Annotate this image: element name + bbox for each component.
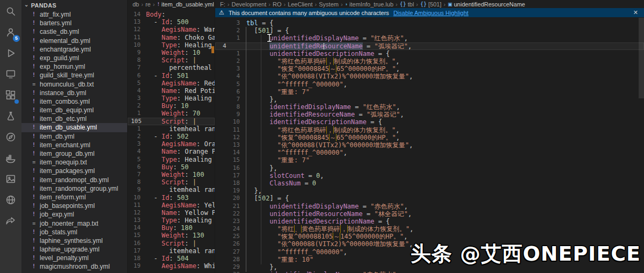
- file-item[interactable]: ≡homunculus_db.txt: [21, 80, 127, 89]
- code-text[interactable]: itemheal ran: [146, 186, 215, 193]
- disable-ambiguous-highlight-link[interactable]: Disable Ambiguous Highlight: [393, 10, 469, 16]
- code-text[interactable]: - Id: 501: [146, 72, 215, 80]
- code-text[interactable]: tbl = {: [246, 19, 644, 27]
- code-text[interactable]: AegisName: Red: [146, 80, 215, 87]
- file-item[interactable]: !enchantgrade.yml: [21, 45, 127, 54]
- code-text[interactable]: itemheal ran: [146, 125, 215, 133]
- code-text[interactable]: "重量: 7": [246, 156, 644, 164]
- file-item[interactable]: !castle_db.yml: [21, 27, 127, 36]
- code-text[interactable]: unidentifiedDisplayName = "赤色药水",: [246, 203, 644, 210]
- code-text[interactable]: "依^000088(VITx2)%^000000增加恢复量",: [246, 141, 644, 149]
- code-text[interactable]: Name: Orange P: [146, 148, 215, 155]
- file-item[interactable]: ≡item_noequip.txt: [21, 158, 127, 167]
- code-text[interactable]: Buy: 10: [146, 102, 215, 110]
- file-item[interactable]: !exp_homun.yml: [21, 62, 127, 71]
- file-item[interactable]: !item_randomopt_db.yml: [21, 176, 127, 184]
- activity-bar-item-docker[interactable]: [4, 152, 18, 166]
- code-text[interactable]: Script: |: [146, 240, 215, 247]
- code-text[interactable]: - Id: 504: [146, 255, 215, 262]
- file-item[interactable]: !item_randomopt_group.yml: [21, 184, 127, 193]
- breadcrumb-item[interactable]: System: [319, 1, 339, 8]
- file-item[interactable]: !item_db_equip.yml: [21, 106, 127, 114]
- breadcrumb-item[interactable]: RO: [273, 1, 282, 8]
- file-item[interactable]: !elemental_db.yml: [21, 37, 127, 45]
- code-text[interactable]: - Id: 503: [146, 194, 215, 202]
- code-text[interactable]: "将红色药草捣碎，制成的体力恢复剂。",: [246, 58, 644, 65]
- file-item[interactable]: !job_exp.yml: [21, 210, 127, 219]
- file-item[interactable]: !item_db_usable.yml: [21, 123, 127, 132]
- code-text[interactable]: Name: Red Poti: [146, 87, 215, 95]
- file-item[interactable]: !item_reform.yml: [21, 193, 127, 202]
- code-text[interactable]: [502] = {: [246, 195, 644, 202]
- file-item[interactable]: !item_group_db.yml: [21, 149, 127, 158]
- code-text[interactable]: identifiedResourceName = "弧埃器记",: [246, 111, 644, 118]
- file-item[interactable]: !item_enchant.yml: [21, 141, 127, 149]
- activity-bar-item-image-preview[interactable]: [4, 173, 18, 187]
- activity-bar-item-run-debug[interactable]: [4, 47, 18, 61]
- code-text[interactable]: unidentifiedResourceName = "林全器记",: [246, 210, 644, 218]
- code-text[interactable]: Name: Yellow P: [146, 209, 215, 217]
- code-text[interactable]: identifiedDescriptionName = {: [246, 118, 644, 126]
- banner-close-icon[interactable]: ✕: [631, 9, 640, 16]
- breadcrumb-item[interactable]: tbl: [408, 1, 414, 8]
- activity-bar-item-test-flask[interactable]: [4, 110, 18, 124]
- code-text[interactable]: "依^000088(VITx2)%^000000增加恢复量",: [246, 73, 644, 80]
- activity-bar-item-extensions[interactable]: [4, 89, 18, 103]
- code-text[interactable]: - Id: 500: [146, 18, 215, 26]
- code-text[interactable]: "重量: 7": [246, 88, 644, 96]
- code-text[interactable]: "^ffffff_^000000",: [246, 81, 644, 88]
- code-text[interactable]: "将红、黄色药草捣碎，制成的体力恢复剂。",: [246, 225, 644, 233]
- code-text[interactable]: Type: Healing: [146, 95, 215, 102]
- breadcrumb-item[interactable]: LeeClient: [288, 1, 312, 8]
- file-item[interactable]: !item_combos.yml: [21, 97, 127, 106]
- file-item[interactable]: !instance_db.yml: [21, 89, 127, 97]
- code-text[interactable]: Script: |: [146, 118, 215, 125]
- vertical-scrollbar[interactable]: [639, 18, 644, 98]
- code-text[interactable]: },: [246, 187, 644, 195]
- code-text[interactable]: Script: |: [146, 56, 215, 64]
- code-text[interactable]: Weight: 10: [146, 49, 215, 56]
- code-text[interactable]: AegisName: Whi: [146, 262, 215, 270]
- breadcrumb-item[interactable]: Development: [231, 1, 266, 8]
- file-item[interactable]: !laphine_upgrade.yml: [21, 245, 127, 254]
- file-item[interactable]: ≡job_noenter_map.txt: [21, 219, 127, 228]
- activity-bar-item-share[interactable]: [4, 215, 18, 229]
- code-text[interactable]: Buy: 50: [146, 163, 215, 171]
- code-text[interactable]: - Id: 502: [146, 133, 215, 140]
- file-item[interactable]: !guild_skill_tree.yml: [21, 71, 127, 80]
- activity-bar-item-remote-explorer[interactable]: [4, 68, 18, 82]
- code-text[interactable]: Weight: 130: [146, 232, 215, 239]
- explorer-section-header[interactable]: ⌄ PANDAS: [21, 0, 127, 10]
- code-area-left[interactable]: 14Body:13 - Id: 50012 AegisName: War11 N…: [128, 11, 215, 273]
- code-text[interactable]: identifiedDisplayName = "赤色药水",: [246, 271, 644, 273]
- file-item[interactable]: !item_db_etc.yml: [21, 114, 127, 123]
- code-text[interactable]: },: [246, 164, 644, 172]
- code-text[interactable]: "恢复^00008845～65^000000的HP。",: [246, 134, 644, 141]
- breadcrumb-item[interactable]: [501]: [428, 1, 441, 8]
- file-item[interactable]: !laphine_synthesis.yml: [21, 236, 127, 245]
- code-text[interactable]: },: [246, 96, 644, 103]
- code-text[interactable]: AegisName: Ora: [146, 140, 215, 148]
- code-text[interactable]: Type: Healing: [146, 156, 215, 163]
- code-text[interactable]: [501] = {: [246, 27, 644, 34]
- breadcrumb-item[interactable]: itemInfo_true.lub: [349, 1, 393, 8]
- breadcrumb-item[interactable]: unidentifiedResourceName: [454, 1, 525, 8]
- code-text[interactable]: Type: Healing: [146, 41, 215, 49]
- code-text[interactable]: unidentifiedDisplayName = "红色药水",: [246, 34, 644, 42]
- code-area-right[interactable]: 3tbl = {2 [501] = {1 unidentifiedDisplay…: [215, 19, 644, 273]
- file-item[interactable]: !job_stats.yml: [21, 228, 127, 236]
- code-text[interactable]: Name: Choko Ga: [146, 34, 215, 41]
- file-item[interactable]: !barters.yml: [21, 19, 127, 27]
- activity-bar-item-globe[interactable]: [4, 194, 18, 208]
- code-text[interactable]: Weight: 70: [146, 110, 215, 117]
- file-item[interactable]: !item_db.yml: [21, 132, 127, 141]
- code-text[interactable]: Body:: [146, 11, 215, 18]
- file-item[interactable]: !exp_guild.yml: [21, 54, 127, 62]
- code-text[interactable]: unidentifiedDescriptionName = {: [246, 50, 644, 58]
- code-text[interactable]: Buy: 180: [146, 224, 215, 232]
- code-text[interactable]: unidentifiedResourceName = "弧埃器记",: [246, 42, 644, 50]
- code-text[interactable]: Weight: 100: [146, 171, 215, 178]
- code-text[interactable]: "^ffffff_^000000",: [246, 149, 644, 156]
- code-text[interactable]: ClassNum = 0: [246, 179, 644, 187]
- code-text[interactable]: unidentifiedDescriptionName = {: [246, 218, 644, 225]
